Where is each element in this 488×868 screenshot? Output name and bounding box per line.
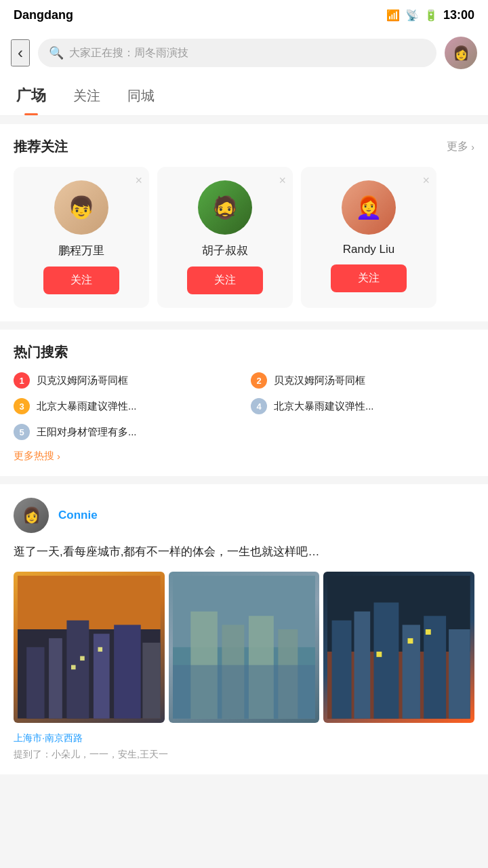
status-time: 13:00 bbox=[443, 8, 474, 22]
svg-rect-7 bbox=[142, 643, 160, 719]
svg-rect-9 bbox=[80, 656, 85, 661]
hot-search-header: 热门搜索 bbox=[14, 343, 474, 361]
svg-rect-4 bbox=[66, 620, 89, 719]
svg-rect-2 bbox=[26, 648, 44, 719]
status-bar: Dangdang 📶 📡 🔋 13:00 bbox=[0, 0, 488, 30]
back-button[interactable]: ‹ bbox=[11, 39, 30, 66]
card-avatar-2: 🧔 bbox=[198, 180, 252, 235]
card-avatar-3: 👩‍🦰 bbox=[342, 180, 396, 235]
rank-badge-3: 3 bbox=[14, 398, 30, 414]
tabs-bar: 广场 关注 同城 bbox=[0, 76, 488, 116]
follow-button-3[interactable]: 关注 bbox=[331, 264, 407, 292]
tab-nearby[interactable]: 同城 bbox=[125, 77, 157, 115]
search-icon: 🔍 bbox=[49, 45, 64, 60]
svg-rect-8 bbox=[71, 665, 76, 670]
user-avatar-header[interactable]: 👩 bbox=[445, 37, 477, 69]
svg-rect-5 bbox=[94, 634, 110, 719]
card-name-2: 胡子叔叔 bbox=[202, 243, 248, 258]
tab-plaza[interactable]: 广场 bbox=[14, 76, 49, 115]
post-image-1[interactable] bbox=[14, 572, 165, 723]
post-header: 👩 Connie bbox=[14, 498, 474, 533]
svg-rect-26 bbox=[377, 652, 382, 657]
svg-rect-28 bbox=[426, 629, 431, 635]
card-avatar-1: 👦 bbox=[54, 180, 108, 235]
city-svg-1 bbox=[18, 576, 161, 719]
svg-rect-27 bbox=[408, 638, 413, 644]
recommend-card-1: × 👦 鹏程万里 关注 bbox=[14, 167, 149, 308]
recommend-title: 推荐关注 bbox=[14, 138, 68, 156]
hot-item-1[interactable]: 1 贝克汉姆阿汤哥同框 bbox=[14, 372, 237, 389]
hot-text-1: 贝克汉姆阿汤哥同框 bbox=[37, 374, 128, 387]
city-svg-2 bbox=[173, 576, 316, 719]
rank-badge-5: 5 bbox=[14, 424, 30, 440]
signal-icon: 📡 bbox=[405, 9, 419, 22]
recommend-card-2: × 🧔 胡子叔叔 关注 bbox=[157, 167, 293, 308]
city-svg-3 bbox=[327, 576, 470, 719]
post-username[interactable]: Connie bbox=[58, 509, 98, 522]
recommend-card-3: × 👩‍🦰 Randy Liu 关注 bbox=[301, 167, 436, 308]
follow-button-2[interactable]: 关注 bbox=[187, 267, 263, 294]
recommend-header: 推荐关注 更多 › bbox=[14, 138, 474, 156]
svg-rect-20 bbox=[332, 620, 352, 719]
post-mention: 提到了：小朵儿，一一，安生,王天一 bbox=[14, 749, 474, 761]
search-placeholder-text: 大家正在搜：周冬雨演技 bbox=[69, 46, 188, 60]
hot-item-2[interactable]: 2 贝克汉姆阿汤哥同框 bbox=[251, 372, 474, 389]
rank-badge-2: 2 bbox=[251, 372, 267, 389]
hot-search-title: 热门搜索 bbox=[14, 343, 68, 361]
hot-text-3: 北京大暴雨建议弹性... bbox=[37, 400, 137, 413]
more-hot-chevron: › bbox=[57, 450, 60, 462]
tab-follow[interactable]: 关注 bbox=[70, 77, 103, 115]
card-name-3: Randy Liu bbox=[343, 243, 395, 256]
hot-item-4[interactable]: 4 北京大暴雨建议弹性... bbox=[251, 398, 474, 414]
hot-item-5[interactable]: 5 王阳对身材管理有多... bbox=[14, 424, 237, 440]
post-images-grid bbox=[14, 572, 474, 723]
post-location[interactable]: 上海市·南京西路 bbox=[14, 732, 474, 745]
card-avatar-image-2: 🧔 bbox=[198, 180, 252, 235]
follow-button-1[interactable]: 关注 bbox=[43, 267, 119, 294]
wifi-icon: 📶 bbox=[386, 9, 400, 22]
more-hot-container: 更多热搜 › bbox=[14, 450, 474, 462]
header: ‹ 🔍 大家正在搜：周冬雨演技 👩 bbox=[0, 30, 488, 76]
app-name: Dangdang bbox=[14, 8, 73, 22]
hot-text-4: 北京大暴雨建议弹性... bbox=[274, 400, 374, 413]
hot-text-2: 贝克汉姆阿汤哥同框 bbox=[274, 374, 365, 387]
card-avatar-image-3: 👩‍🦰 bbox=[342, 180, 396, 235]
status-icons: 📶 📡 🔋 13:00 bbox=[386, 8, 474, 22]
post-section: 👩 Connie 逛了一天,看每座城市,都有不一样的体会，一生也就这样吧… bbox=[0, 484, 488, 774]
post-user-avatar[interactable]: 👩 bbox=[14, 498, 49, 533]
recommend-more-link[interactable]: 更多 › bbox=[447, 140, 474, 154]
post-image-3[interactable] bbox=[323, 572, 474, 723]
hot-search-grid: 1 贝克汉姆阿汤哥同框 2 贝克汉姆阿汤哥同框 3 北京大暴雨建议弹性... 4… bbox=[14, 372, 474, 440]
svg-rect-10 bbox=[98, 648, 102, 652]
search-bar[interactable]: 🔍 大家正在搜：周冬雨演技 bbox=[38, 39, 436, 67]
svg-rect-25 bbox=[449, 629, 470, 719]
svg-rect-17 bbox=[173, 665, 316, 719]
svg-rect-22 bbox=[374, 603, 399, 719]
post-content: 逛了一天,看每座城市,都有不一样的体会，一生也就这样吧… bbox=[14, 542, 474, 561]
svg-rect-6 bbox=[114, 625, 140, 719]
svg-rect-3 bbox=[49, 638, 62, 718]
card-avatar-image-1: 👦 bbox=[54, 180, 108, 235]
card-name-1: 鹏程万里 bbox=[58, 243, 104, 258]
more-hot-link[interactable]: 更多热搜 › bbox=[14, 450, 474, 462]
recommend-cards-list: × 👦 鹏程万里 关注 × 🧔 胡子叔叔 关注 × 👩‍🦰 Randy Liu … bbox=[14, 167, 474, 308]
hot-item-3[interactable]: 3 北京大暴雨建议弹性... bbox=[14, 398, 237, 414]
hot-search-section: 热门搜索 1 贝克汉姆阿汤哥同框 2 贝克汉姆阿汤哥同框 3 北京大暴雨建议弹性… bbox=[0, 330, 488, 476]
svg-rect-21 bbox=[354, 612, 371, 719]
user-avatar-image: 👩 bbox=[445, 37, 477, 69]
card-close-2[interactable]: × bbox=[279, 174, 286, 188]
card-close-1[interactable]: × bbox=[135, 174, 142, 188]
recommend-section: 推荐关注 更多 › × 👦 鹏程万里 关注 × 🧔 胡子叔叔 关注 × bbox=[0, 124, 488, 321]
hot-text-5: 王阳对身材管理有多... bbox=[37, 426, 137, 439]
rank-badge-4: 4 bbox=[251, 398, 267, 414]
battery-icon: 🔋 bbox=[424, 9, 438, 22]
rank-badge-1: 1 bbox=[14, 372, 30, 389]
chevron-right-icon: › bbox=[471, 142, 474, 153]
card-close-3[interactable]: × bbox=[422, 174, 430, 188]
post-image-2[interactable] bbox=[169, 572, 320, 723]
